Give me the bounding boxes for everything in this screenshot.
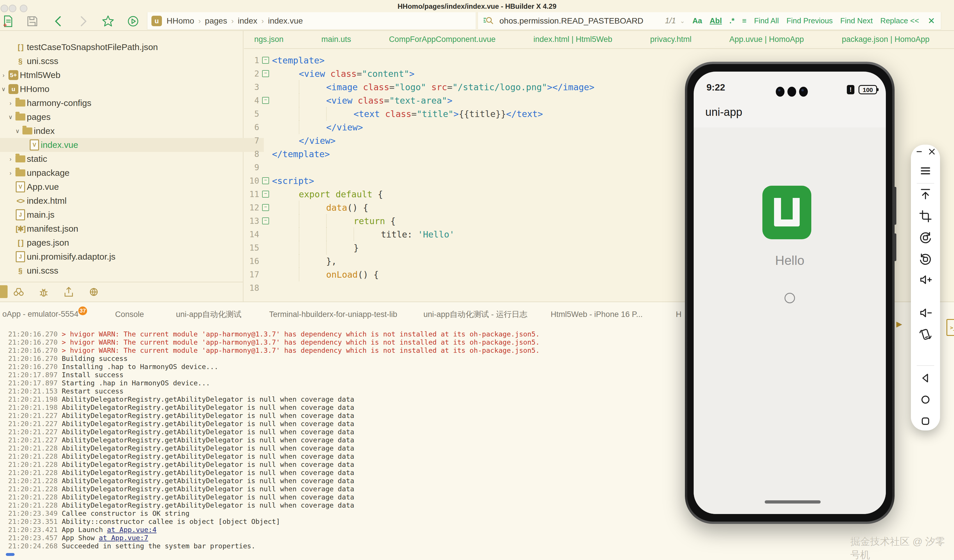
replace-button[interactable]: Replace << bbox=[880, 16, 919, 25]
tree-item-uni.scss[interactable]: §uni.scss bbox=[0, 54, 250, 68]
tree-item-pages[interactable]: ∨pages bbox=[0, 110, 250, 124]
emulator-control-panel bbox=[911, 145, 940, 431]
find-all-button[interactable]: Find All bbox=[754, 16, 779, 25]
screenshot-crop-icon[interactable] bbox=[918, 209, 932, 223]
close-find-icon[interactable]: ✕ bbox=[928, 16, 935, 26]
project-uni-icon: u bbox=[151, 16, 162, 26]
match-case-toggle[interactable]: Aa bbox=[692, 16, 702, 25]
volume-down-icon[interactable] bbox=[918, 306, 932, 320]
regex-toggle[interactable]: .* bbox=[730, 16, 734, 25]
fold-marker-icon[interactable]: − bbox=[259, 70, 272, 77]
console-tab[interactable]: H bbox=[676, 310, 682, 319]
console-tab[interactable]: uni-app自动化测试 - 运行日志 bbox=[423, 309, 527, 320]
editor-tab[interactable]: CompForAppComponent.uvue bbox=[379, 30, 506, 48]
tree-item-manifest.json[interactable]: [✱]manifest.json bbox=[0, 222, 250, 236]
whole-word-toggle[interactable]: Abl bbox=[710, 16, 722, 25]
tree-item-index.html[interactable]: <>index.html bbox=[0, 194, 250, 208]
chevron-right-icon[interactable]: › bbox=[7, 100, 14, 107]
find-next-button[interactable]: Find Next bbox=[840, 16, 873, 25]
rotate-cw-icon[interactable] bbox=[918, 252, 932, 266]
chevron-right-icon[interactable]: › bbox=[7, 170, 14, 176]
tree-item-index[interactable]: ∨index bbox=[0, 124, 257, 138]
fold-marker-icon[interactable]: − bbox=[259, 57, 272, 64]
chevron-right-icon[interactable]: › bbox=[7, 156, 14, 162]
chevron-right-icon[interactable]: › bbox=[0, 72, 7, 79]
tree-item-label: index bbox=[34, 126, 55, 136]
new-file-icon[interactable] bbox=[2, 14, 15, 28]
json-file-icon: [ ] bbox=[14, 43, 27, 52]
breadcrumb-index[interactable]: index bbox=[238, 16, 257, 26]
tree-item-testCaseToSnapshotFilePath.json[interactable]: [ ]testCaseToSnapshotFilePath.json bbox=[0, 40, 250, 54]
home-indicator[interactable] bbox=[765, 500, 821, 504]
console-tab[interactable]: Html5Web - iPhone 16 P... bbox=[551, 310, 643, 319]
tree-item-main.js[interactable]: Jmain.js bbox=[0, 208, 250, 222]
code-token: title bbox=[381, 229, 407, 240]
tree-item-uni.scss[interactable]: §uni.scss bbox=[0, 264, 250, 278]
menu-icon[interactable] bbox=[918, 164, 932, 178]
rotate-device-icon[interactable] bbox=[918, 327, 932, 341]
fold-marker-icon[interactable]: − bbox=[259, 177, 272, 184]
globe-sync-icon[interactable] bbox=[87, 286, 100, 298]
minimize-icon[interactable] bbox=[914, 146, 925, 157]
breadcrumb-pages[interactable]: pages bbox=[205, 16, 227, 26]
run-icon[interactable] bbox=[126, 14, 140, 28]
console-tab[interactable]: Terminal-hbuilderx-for-uniapp-test-lib bbox=[269, 310, 397, 319]
line-number: 18 bbox=[244, 283, 259, 293]
console-tab[interactable]: uni-app自动化测试 bbox=[176, 309, 242, 320]
export-share-icon[interactable] bbox=[62, 286, 75, 298]
scroll-indicator[interactable] bbox=[6, 553, 14, 556]
nav-home-icon[interactable] bbox=[918, 393, 932, 407]
phone-screen[interactable]: 9:22 ! 100 uni-app Hello bbox=[694, 72, 886, 514]
find-previous-button[interactable]: Find Previous bbox=[787, 16, 833, 25]
debug-bug-icon[interactable] bbox=[37, 286, 50, 298]
search-input[interactable]: ohos.permission.READ_PASTEBOARD bbox=[499, 16, 643, 26]
tree-item-pages.json[interactable]: [ ]pages.json bbox=[0, 236, 250, 250]
fold-marker-icon[interactable]: − bbox=[259, 191, 272, 198]
upload-icon[interactable] bbox=[918, 187, 932, 201]
fold-marker-icon[interactable]: − bbox=[259, 97, 272, 104]
navigate-back-icon[interactable] bbox=[52, 14, 65, 28]
close-icon[interactable] bbox=[927, 146, 937, 157]
nav-back-icon[interactable] bbox=[918, 371, 932, 385]
console-tab[interactable]: oApp - emulator-555437 bbox=[2, 310, 87, 319]
fold-marker-icon[interactable]: − bbox=[259, 204, 272, 211]
editor-tab[interactable]: privacy.html bbox=[640, 30, 701, 48]
navigate-forward-icon[interactable] bbox=[76, 14, 90, 28]
console-tab[interactable]: Console bbox=[115, 310, 144, 319]
tree-item-HHomo[interactable]: ∨uHHomo bbox=[0, 82, 243, 96]
chevron-down-icon[interactable]: ∨ bbox=[7, 114, 14, 120]
tab-overflow-arrow-icon[interactable]: ▶ bbox=[896, 320, 902, 328]
editor-tab[interactable]: package.json | HomoApp bbox=[832, 30, 940, 48]
chevron-down-icon[interactable]: ∨ bbox=[14, 128, 21, 134]
tree-item-static[interactable]: ›static bbox=[0, 152, 250, 166]
editor-tab[interactable]: App.uvue | HomoApp bbox=[719, 30, 814, 48]
tree-item-App.vue[interactable]: VApp.vue bbox=[0, 180, 250, 194]
log-link[interactable]: at App.vue:4 bbox=[107, 526, 157, 534]
tree-item-index.vue[interactable]: Vindex.vue bbox=[0, 138, 264, 152]
search-binoculars-icon[interactable] bbox=[12, 286, 25, 298]
tree-item-unpackage[interactable]: ›unpackage bbox=[0, 166, 250, 180]
editor-tab[interactable]: index.html | Html5Web bbox=[523, 30, 623, 48]
volume-up-icon[interactable] bbox=[918, 273, 932, 287]
editor-tab[interactable]: main.uts bbox=[311, 30, 362, 48]
chevron-down-icon[interactable]: ⌄ bbox=[680, 17, 685, 25]
breadcrumb-file[interactable]: index.vue bbox=[268, 16, 303, 26]
log-link[interactable]: at App.vue:7 bbox=[99, 534, 148, 542]
tree-item-Html5Web[interactable]: ›5+Html5Web bbox=[0, 68, 243, 82]
save-icon[interactable] bbox=[26, 14, 39, 28]
fold-marker-icon[interactable]: − bbox=[259, 218, 272, 224]
nav-recents-icon[interactable] bbox=[918, 414, 932, 428]
code-token: data bbox=[326, 202, 347, 213]
code-token: ></image> bbox=[547, 82, 595, 92]
new-terminal-icon[interactable]: >_ bbox=[946, 319, 954, 336]
rotate-ccw-icon[interactable] bbox=[918, 231, 932, 245]
filter-lines-icon[interactable]: ≡ bbox=[742, 16, 747, 25]
tree-item-uni.promisify.adaptor.js[interactable]: Juni.promisify.adaptor.js bbox=[0, 250, 250, 264]
line-number: 17 bbox=[244, 270, 259, 279]
tree-item-harmony-configs[interactable]: ›harmony-configs bbox=[0, 96, 250, 110]
file-tree-panel: [ ]testCaseToSnapshotFilePath.json§uni.s… bbox=[0, 30, 243, 302]
breadcrumb-project[interactable]: HHomo bbox=[167, 16, 194, 26]
chevron-down-icon[interactable]: ∨ bbox=[0, 86, 7, 93]
bookmark-star-icon[interactable] bbox=[101, 14, 115, 28]
editor-tab[interactable]: ngs.json bbox=[244, 30, 294, 48]
